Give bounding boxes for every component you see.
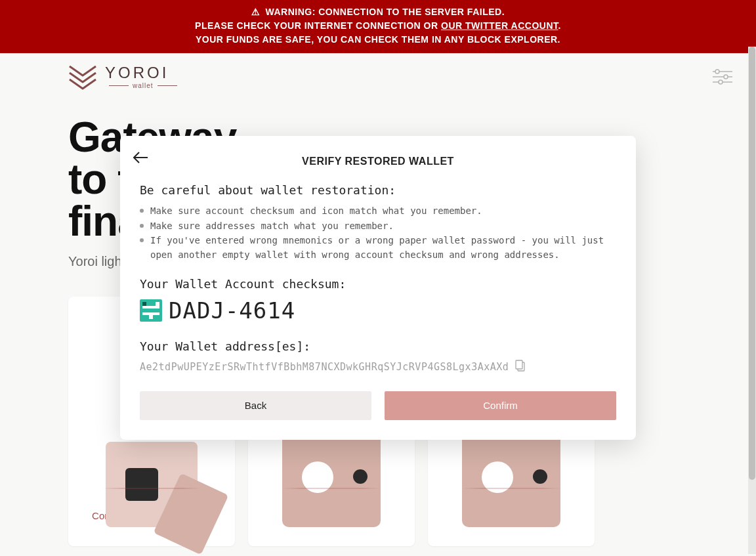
settings-icon[interactable] [713,69,732,85]
verify-restored-wallet-modal: VERIFY RESTORED WALLET Be careful about … [120,136,636,440]
card-divider [462,488,560,489]
list-item: Make sure addresses match what you remem… [140,219,616,233]
wallet-address: Ae2tdPwUPEYzErSRwThtfVfBbhM87NCXDwkGHRqS… [140,361,509,373]
warning-line-2-post: . [558,20,561,31]
svg-point-1 [715,70,719,74]
checksum-identicon [140,299,162,322]
scrollbar[interactable] [748,47,756,554]
checksum-row: DADJ-4614 [140,297,616,324]
warning-line-2: PLEASE CHECK YOUR INTERNET CONNECTION OR… [0,19,756,33]
address-heading: Your Wallet address[es]: [140,339,616,353]
modal-button-row: Back Confirm [140,391,616,420]
back-button[interactable]: Back [140,391,371,420]
copy-icon[interactable] [515,360,526,374]
twitter-link[interactable]: OUR TWITTER ACCOUNT [441,20,558,31]
hardware-wallet-icon [106,442,198,527]
restoration-warning-list: Make sure account checksum and icon matc… [140,203,616,263]
modal-back-arrow[interactable] [133,152,148,166]
list-item: If you've entered wrong mnemonics or a w… [140,233,616,263]
warning-line-1: WARNING: CONNECTION TO THE SERVER FAILED… [0,5,756,19]
checksum-value: DADJ-4614 [169,297,295,324]
list-item: Make sure account checksum and icon matc… [140,203,616,218]
restoration-warning-heading: Be careful about wallet restoration: [140,183,616,197]
card-divider [102,488,201,489]
warning-line-3: YOUR FUNDS ARE SAFE, YOU CAN CHECK THEM … [0,33,756,47]
address-row: Ae2tdPwUPEYzErSRwThtfVfBbhM87NCXDwkGHRqS… [140,360,616,374]
modal-title: VERIFY RESTORED WALLET [140,156,616,167]
confirm-button[interactable]: Confirm [385,391,616,420]
connection-warning-banner: WARNING: CONNECTION TO THE SERVER FAILED… [0,0,756,53]
brand-name: YOROI [105,65,181,81]
checksum-heading: Your Wallet Account checksum: [140,277,616,291]
brand-subtitle: wallet [105,82,181,89]
scrollbar-thumb[interactable] [749,47,755,480]
warning-line-2-pre: PLEASE CHECK YOUR INTERNET CONNECTION OR [195,20,441,31]
svg-point-3 [724,75,728,79]
svg-rect-7 [516,360,522,369]
yoroi-logo-icon [68,64,97,90]
svg-point-5 [719,80,723,84]
topbar: YOROI wallet [0,53,756,90]
yoroi-logo: YOROI wallet [68,64,181,90]
card-divider [282,488,381,489]
